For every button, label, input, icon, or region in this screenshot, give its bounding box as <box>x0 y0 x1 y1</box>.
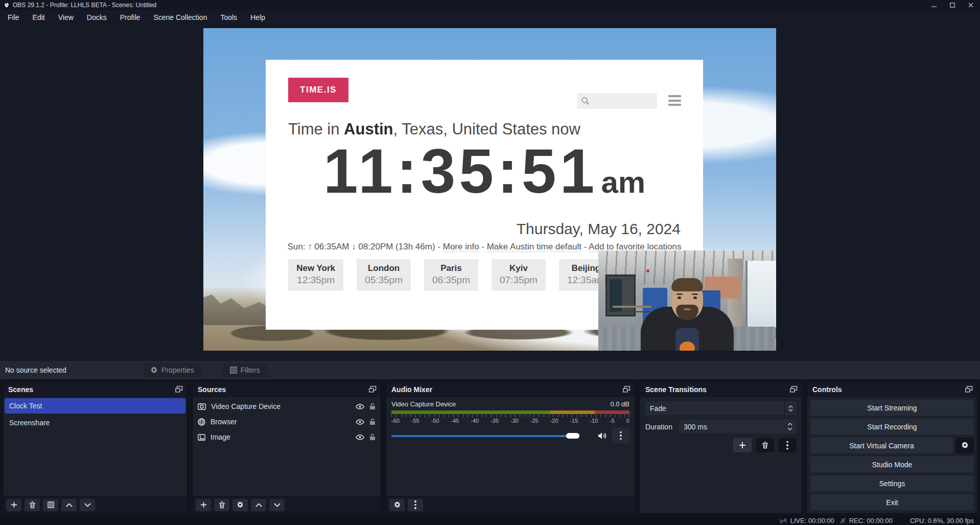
sources-dock: Sources Video Capture Device Browser <box>192 382 381 514</box>
exit-button[interactable]: Exit <box>810 494 974 510</box>
sources-title: Sources <box>198 385 226 394</box>
visibility-eye-icon[interactable] <box>356 435 364 440</box>
clock-time: 11:35:51 <box>323 136 598 206</box>
mixer-channel-menu-button[interactable] <box>612 428 629 443</box>
obs-logo-icon <box>3 2 10 9</box>
start-recording-button[interactable]: Start Recording <box>810 419 974 435</box>
menu-scene-collection[interactable]: Scene Collection <box>147 10 214 25</box>
transition-menu-button[interactable] <box>778 438 797 452</box>
settings-button[interactable]: Settings <box>810 475 974 491</box>
meter-scale: -60-55-50-45-40-35-30-25-20-15-10-50 <box>391 418 629 424</box>
menu-profile[interactable]: Profile <box>113 10 147 25</box>
window-title: OBS 29.1.2 - Profile: LLHLS BETA - Scene… <box>13 2 156 9</box>
popout-icon[interactable] <box>965 386 973 393</box>
duration-spinbox[interactable]: 300 ms <box>679 420 797 433</box>
minimize-button[interactable] <box>925 0 943 10</box>
scenes-dock: Scenes Clock Test Screenshare <box>3 382 188 514</box>
filters-button[interactable]: Filters <box>223 363 267 377</box>
popout-icon[interactable] <box>790 386 798 393</box>
timeis-date: Thursday, May 16, 2024 <box>517 220 681 238</box>
menu-edit[interactable]: Edit <box>26 10 52 25</box>
popout-icon[interactable] <box>369 386 377 393</box>
add-transition-button[interactable] <box>733 438 752 452</box>
scene-filters-button[interactable] <box>43 499 58 511</box>
mixer-db-value: 0.0 dB <box>610 400 629 408</box>
timeis-logo: TIME.IS <box>288 78 348 102</box>
transition-select[interactable]: Fade <box>645 401 797 415</box>
mixer-channel-name: Video Capture Device <box>391 400 456 408</box>
scenes-title: Scenes <box>8 385 33 394</box>
add-scene-button[interactable] <box>6 499 21 511</box>
visibility-eye-icon[interactable] <box>356 404 364 409</box>
menu-file[interactable]: File <box>1 10 26 25</box>
spin-up-icon[interactable] <box>787 423 792 426</box>
person <box>636 274 738 351</box>
menubar: File Edit View Docks Profile Scene Colle… <box>0 10 980 25</box>
mixer-title: Audio Mixer <box>391 385 432 394</box>
spin-down-icon[interactable] <box>787 427 792 430</box>
lock-icon[interactable] <box>369 433 376 441</box>
source-status-text: No source selected <box>5 366 66 374</box>
city-tile: New York12:35pm <box>288 259 343 291</box>
volume-meter <box>391 410 629 414</box>
menu-view[interactable]: View <box>52 10 80 25</box>
mixer-menu-button[interactable] <box>408 499 423 511</box>
visibility-eye-icon[interactable] <box>356 419 364 425</box>
scene-transitions-dock: Scene Transitions Fade Duration 300 ms <box>640 382 802 514</box>
source-up-button[interactable] <box>251 499 266 511</box>
timeis-search-box <box>577 93 657 109</box>
advanced-audio-button[interactable] <box>389 499 405 511</box>
source-item-browser[interactable]: Browser <box>193 414 381 429</box>
scene-up-button[interactable] <box>61 499 77 511</box>
menu-docks[interactable]: Docks <box>80 10 113 25</box>
remove-transition-button[interactable] <box>756 438 774 452</box>
popout-icon[interactable] <box>623 386 631 393</box>
menu-help[interactable]: Help <box>244 10 272 25</box>
source-properties-button[interactable] <box>232 499 248 511</box>
close-button[interactable] <box>962 0 980 10</box>
volume-slider-handle[interactable] <box>566 433 579 439</box>
scene-item-screenshare[interactable]: Screenshare <box>5 415 185 430</box>
rec-time: REC: 00:00:00 <box>849 517 893 524</box>
live-time: LIVE: 00:00:00 <box>790 517 834 524</box>
titlebar: OBS 29.1.2 - Profile: LLHLS BETA - Scene… <box>0 0 980 10</box>
city-tile: Paris06:35pm <box>424 259 478 291</box>
timeis-clock: 11:35:51am <box>266 135 703 207</box>
globe-icon <box>198 418 205 426</box>
remove-scene-button[interactable] <box>25 499 40 511</box>
speaker-icon[interactable] <box>598 432 607 440</box>
make-default-link: Make Austin time default <box>487 242 581 252</box>
status-bar: LIVE: 00:00:00 REC: 00:00:00 CPU: 0.6%, … <box>0 516 980 525</box>
scene-item-clock-test[interactable]: Clock Test <box>5 398 185 414</box>
meter-ticks <box>391 415 629 417</box>
stream-status-icon <box>779 518 787 524</box>
source-down-button[interactable] <box>269 499 285 511</box>
preview-canvas[interactable]: TIME.IS Time in Austin, Texas, United St… <box>203 28 776 351</box>
chevron-updown-icon <box>784 401 797 415</box>
source-item-image[interactable]: Image <box>193 429 381 445</box>
menu-tools[interactable]: Tools <box>214 10 244 25</box>
rec-status-icon <box>839 517 846 524</box>
dock-area: Scenes Clock Test Screenshare Sources <box>0 379 980 516</box>
cpu-fps-stats: CPU: 0.6%, 30.00 fps <box>910 517 974 524</box>
search-icon <box>581 97 590 105</box>
lock-icon[interactable] <box>369 403 376 410</box>
popout-icon[interactable] <box>175 386 183 393</box>
obs-window: OBS 29.1.2 - Profile: LLHLS BETA - Scene… <box>0 0 980 525</box>
lock-icon[interactable] <box>369 418 376 425</box>
camera-icon <box>198 403 206 410</box>
audio-mixer-dock: Audio Mixer Video Capture Device 0.0 dB … <box>386 382 635 514</box>
transitions-title: Scene Transitions <box>645 385 707 394</box>
maximize-button[interactable] <box>943 0 962 10</box>
virtual-camera-config-button[interactable] <box>955 438 974 453</box>
add-source-button[interactable] <box>196 499 211 511</box>
start-streaming-button[interactable]: Start Streaming <box>810 400 974 416</box>
volume-slider[interactable] <box>391 431 593 440</box>
start-virtual-camera-button[interactable]: Start Virtual Camera <box>810 438 953 453</box>
remove-source-button[interactable] <box>214 499 229 511</box>
source-item-video-capture[interactable]: Video Capture Device <box>193 399 381 414</box>
scene-down-button[interactable] <box>80 499 95 511</box>
window-controls <box>925 0 980 10</box>
studio-mode-button[interactable]: Studio Mode <box>810 456 974 472</box>
properties-button[interactable]: Properties <box>143 363 201 377</box>
